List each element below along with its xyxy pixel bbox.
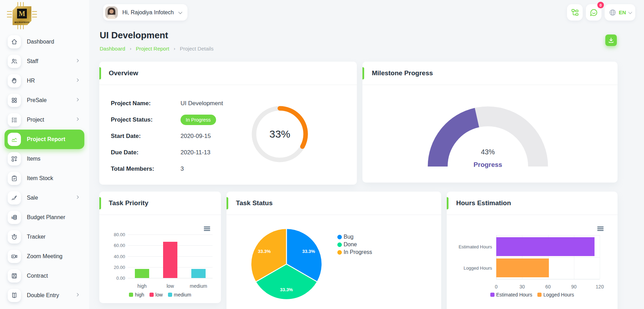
x-axis-label: low <box>156 283 184 289</box>
chart-legend: Estimated HoursLogged Hours <box>447 292 618 298</box>
sidebar-item-label: Tracker <box>27 234 46 240</box>
overview-row-value: 2020-11-13 <box>181 149 210 156</box>
sidebar-item-dashboard[interactable]: Dashboard <box>0 32 89 52</box>
logo-chip: M MICROPRIXS <box>13 6 31 25</box>
legend-swatch <box>337 235 342 239</box>
hours-card-header: Hours Estimation <box>447 192 618 215</box>
user-menu[interactable]: Hi, Rajodiya Infotech <box>103 4 187 21</box>
breadcrumb-dashboard[interactable]: Dashboard <box>100 46 125 52</box>
legend-item-in-progress[interactable]: In Progress <box>337 249 372 255</box>
timer-icon <box>11 233 18 240</box>
stairs-icon <box>8 191 21 204</box>
chevron-right-icon <box>75 78 80 84</box>
sidebar-item-sale[interactable]: Sale <box>0 188 89 208</box>
legend-item-high[interactable]: high <box>129 292 144 298</box>
task-status-card: Task Status 33.3%33.3%33.3% BugDoneIn Pr… <box>227 192 441 309</box>
bar-medium[interactable] <box>191 269 206 278</box>
legend-item-bug[interactable]: Bug <box>337 234 372 240</box>
overview-card-header: Overview <box>99 62 357 85</box>
overview-row: Total Members:3 <box>111 161 250 177</box>
milestone-card: Milestone Progress 43% Progress <box>362 62 618 183</box>
sidebar-item-items[interactable]: Items <box>0 149 89 169</box>
page-title: UI Development <box>100 30 168 41</box>
chevron-right-icon <box>75 117 80 123</box>
legend-item-estimated-hours[interactable]: Estimated Hours <box>490 292 532 298</box>
y-axis-tick: 0.00 <box>110 276 125 281</box>
download-button[interactable] <box>605 34 617 46</box>
legend-label: Estimated Hours <box>496 292 532 298</box>
video-icon <box>8 250 21 263</box>
sidebar-item-project-report[interactable]: Project Report <box>5 130 84 149</box>
hand-icon <box>8 74 21 87</box>
pie-slice-label: 33.3% <box>258 249 271 254</box>
bar-low[interactable] <box>163 242 177 278</box>
legend-item-medium[interactable]: medium <box>168 292 191 298</box>
card-title: Overview <box>109 69 138 77</box>
chevron-right-icon <box>75 195 80 201</box>
card-title: Task Status <box>236 199 273 207</box>
sidebar-item-label: HR <box>27 78 35 84</box>
sidebar-item-zoom-meeting[interactable]: Zoom Meeting <box>0 247 89 266</box>
legend-item-done[interactable]: Done <box>337 241 372 248</box>
breadcrumb-project-report[interactable]: Project Report <box>136 46 169 52</box>
sidebar-item-contract[interactable]: Contract <box>0 266 89 286</box>
legend-swatch <box>337 242 342 247</box>
tree-icon <box>571 8 579 17</box>
x-axis-label: high <box>128 283 156 289</box>
breadcrumb: Dashboard›Project Report›Project Details <box>100 46 214 52</box>
language-selector[interactable]: EN <box>605 4 635 21</box>
x-axis-label: medium <box>185 283 213 289</box>
breadcrumb-separator: › <box>174 46 175 51</box>
legend-swatch <box>537 293 542 297</box>
chart-menu-icon[interactable] <box>597 226 604 232</box>
user-greeting: Hi, Rajodiya Infotech <box>122 9 174 16</box>
milestone-gauge[interactable] <box>418 97 558 168</box>
overview-card: Overview Project Name:UI DevelopmentProj… <box>99 62 357 185</box>
sidebar-item-tracker[interactable]: Tracker <box>0 227 89 247</box>
logo-letter: M <box>17 9 27 18</box>
project-progress-donut[interactable]: 33% <box>250 105 309 164</box>
hours-estimation-card: Hours Estimation 0306090120Estimated Hou… <box>447 192 618 309</box>
sidebar-item-double-entry[interactable]: Double Entry <box>0 286 89 305</box>
sidebar-item-staff[interactable]: Staff <box>0 52 89 71</box>
overview-row-label: Project Name: <box>111 100 181 107</box>
chevron-right-icon <box>75 97 80 103</box>
sidebar-item-hr[interactable]: HR <box>0 71 89 91</box>
brand-logo[interactable]: M MICROPRIXS <box>7 2 35 29</box>
overview-row-label: Start Date: <box>111 133 181 140</box>
messages-button[interactable]: 0 <box>586 4 601 21</box>
overview-row: Start Date:2020-09-15 <box>111 128 250 144</box>
y-axis-label: Estimated Hours <box>447 244 492 249</box>
sidebar-item-project[interactable]: Project <box>0 110 89 130</box>
legend-item-low[interactable]: low <box>150 292 163 298</box>
sidebar-item-budget-planner[interactable]: $Budget Planner <box>0 208 89 227</box>
brand-name: MICROPRIXS <box>13 21 31 23</box>
chart-menu-icon[interactable] <box>204 226 210 232</box>
overview-row: Project Status:In Progress <box>111 111 250 128</box>
items-icon <box>8 152 21 165</box>
sidebar-item-presale[interactable]: PreSale <box>0 91 89 110</box>
y-axis-tick: 20.00 <box>110 265 125 270</box>
book-icon <box>8 289 21 302</box>
dashboard-page: { "brand": { "name": "MICROPRIXS", "logo… <box>0 0 644 309</box>
bar-logged-hours[interactable] <box>496 258 549 277</box>
bar-high[interactable] <box>135 269 149 278</box>
status-badge: In Progress <box>181 115 216 125</box>
overview-row-value: UI Development <box>181 100 223 107</box>
bar-estimated-hours[interactable] <box>496 237 595 256</box>
sidebar-item-label: PreSale <box>27 97 47 103</box>
x-axis-line <box>496 279 600 279</box>
gridline <box>496 257 600 257</box>
legend-item-logged-hours[interactable]: Logged Hours <box>537 292 574 298</box>
sidebar-item-item-stock[interactable]: Item Stock <box>0 169 89 188</box>
sidebar-item-label: Item Stock <box>27 175 53 181</box>
task-priority-card-header: Task Priority <box>99 192 221 215</box>
chart-icon <box>8 133 21 146</box>
x-axis-tick: 60 <box>541 284 555 289</box>
sidebar: M MICROPRIXS DashboardStaffHRPreSaleProj… <box>0 0 89 309</box>
legend-label: Logged Hours <box>543 292 574 298</box>
overview-row: Due Date:2020-11-13 <box>111 144 250 161</box>
clients-tree-button[interactable] <box>567 4 583 21</box>
avatar <box>105 6 118 19</box>
sidebar-item-label: Items <box>27 156 40 162</box>
